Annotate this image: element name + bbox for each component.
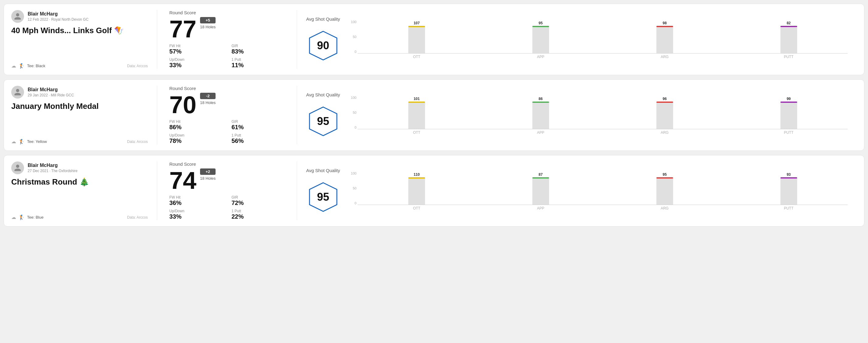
oneputt-stat: 1 Putt 56% — [232, 133, 285, 145]
stats-grid: FW Hit 86% GIR 61% Up/Down 78% 1 Putt 56… — [169, 120, 285, 145]
user-header-area: Blair McHarg 29 Jan 2022 · Mill Ride GCC… — [11, 86, 148, 114]
bar-value-app: 86 — [539, 97, 543, 101]
round-title: January Monthly Medal — [11, 101, 148, 111]
bar-color-line-ott — [408, 177, 425, 179]
x-label-app: APP — [482, 130, 599, 135]
y-axis: 100 50 0 — [349, 20, 358, 54]
x-label-app: APP — [482, 55, 599, 59]
hexagon-container: 95 — [306, 104, 340, 138]
score-badge: -2 — [200, 93, 216, 99]
bar-group-putt: 93 — [730, 172, 848, 205]
updown-value: 78% — [169, 137, 222, 145]
bar-bg-app — [532, 101, 549, 129]
x-label-arg: ARG — [606, 55, 723, 59]
bag-icon: 🏌 — [19, 214, 25, 220]
fw-hit-stat: FW Hit 57% — [169, 44, 222, 55]
tee-label: Tee: Yellow — [27, 139, 47, 144]
holes-label: 18 Holes — [200, 176, 216, 181]
tee-data-row: ☁ 🏌 Tee: Black Data: Arccos — [11, 63, 148, 69]
x-label-ott: OTT — [358, 130, 475, 135]
avg-shot-title: Avg Shot Quality — [306, 168, 340, 173]
left-section: Blair McHarg 27 Dec 2021 · The Oxfordshi… — [11, 161, 157, 220]
score-details: +5 18 Holes — [200, 17, 216, 31]
gir-value: 83% — [232, 48, 285, 55]
bar-group-putt: 82 — [730, 20, 848, 53]
bar-bg-app — [532, 177, 549, 205]
tee-info: ☁ 🏌 Tee: Black — [11, 63, 45, 69]
bar-value-app: 95 — [539, 21, 543, 25]
y-axis: 100 50 0 — [349, 172, 358, 205]
avg-shot-title: Avg Shot Quality — [306, 17, 340, 22]
bag-icon: 🏌 — [19, 139, 25, 145]
fw-hit-label: FW Hit — [169, 120, 222, 124]
hexagon: 90 — [306, 29, 340, 62]
updown-stat: Up/Down 78% — [169, 133, 222, 145]
x-axis-labels: OTTAPPARGPUTT — [349, 130, 848, 135]
avg-shot-col: Avg Shot Quality 95 — [306, 168, 340, 214]
fw-hit-label: FW Hit — [169, 195, 222, 199]
x-label-putt: PUTT — [730, 130, 848, 135]
data-source: Data: Arccos — [127, 215, 148, 220]
middle-section: Round Score 74 +2 18 Holes FW Hit 36% GI… — [157, 161, 297, 220]
bar-bg-ott — [408, 26, 425, 53]
bar-value-ott: 101 — [413, 97, 420, 101]
middle-section: Round Score 70 -2 18 Holes FW Hit 86% GI… — [157, 86, 297, 145]
round-card-round2: Blair McHarg 29 Jan 2022 · Mill Ride GCC… — [4, 80, 864, 151]
bar-bg-ott — [408, 101, 425, 129]
weather-icon: ☁ — [11, 63, 16, 69]
fw-hit-stat: FW Hit 36% — [169, 195, 222, 207]
bar-color-line-putt — [780, 26, 797, 27]
round-score-label: Round Score — [169, 10, 285, 15]
holes-label: 18 Holes — [200, 100, 216, 105]
bar-group-ott: 101 — [358, 96, 475, 129]
y-label-100: 100 — [349, 96, 356, 99]
round-score-label: Round Score — [169, 161, 285, 167]
updown-stat: Up/Down 33% — [169, 209, 222, 220]
date-course: 27 Dec 2021 · The Oxfordshire — [28, 169, 78, 173]
fw-hit-value: 57% — [169, 48, 222, 55]
avg-shot-col: Avg Shot Quality 90 — [306, 17, 340, 62]
updown-value: 33% — [169, 62, 222, 69]
y-label-50: 50 — [349, 186, 356, 190]
avatar-icon — [14, 12, 22, 20]
tee-data-row: ☁ 🏌 Tee: Yellow Data: Arccos — [11, 139, 148, 145]
score-row: 70 -2 18 Holes — [169, 93, 285, 117]
data-source: Data: Arccos — [127, 64, 148, 68]
updown-stat: Up/Down 33% — [169, 58, 222, 69]
y-label-50: 50 — [349, 35, 356, 39]
left-section: Blair McHarg 12 Feb 2022 · Royal North D… — [11, 10, 157, 69]
bars-row: 101 86 96 99 — [358, 96, 848, 129]
x-label-arg: ARG — [606, 130, 723, 135]
score-details: +2 18 Holes — [200, 168, 216, 182]
avg-shot-score: 95 — [317, 191, 329, 204]
gir-label: GIR — [232, 120, 285, 124]
oneputt-label: 1 Putt — [232, 133, 285, 137]
bar-color-line-putt — [780, 177, 797, 179]
y-label-100: 100 — [349, 172, 356, 175]
user-header: Blair McHarg 29 Jan 2022 · Mill Ride GCC — [11, 86, 148, 98]
round-score-label: Round Score — [169, 86, 285, 91]
tee-label: Tee: Blue — [27, 215, 43, 220]
bar-color-line-arg — [656, 101, 673, 103]
right-section: Avg Shot Quality 95 100 50 0 — [297, 161, 857, 220]
fw-hit-stat: FW Hit 86% — [169, 120, 222, 131]
bar-chart: 100 50 0 107 95 98 — [349, 20, 848, 59]
score-number: 77 — [169, 17, 196, 41]
round-title: Christmas Round 🎄 — [11, 177, 148, 187]
bar-color-line-ott — [408, 101, 425, 103]
updown-value: 33% — [169, 213, 222, 220]
bar-color-line-ott — [408, 26, 425, 27]
score-row: 74 +2 18 Holes — [169, 168, 285, 193]
oneputt-label: 1 Putt — [232, 58, 285, 62]
bar-value-putt: 82 — [786, 21, 790, 25]
bars-row: 107 95 98 82 — [358, 20, 848, 54]
avg-shot-title: Avg Shot Quality — [306, 92, 340, 97]
tee-label: Tee: Black — [27, 64, 45, 68]
bar-group-arg: 98 — [606, 20, 723, 53]
bar-bg-arg — [656, 101, 673, 129]
round-title: 40 Mph Winds... Links Golf 🪁 — [11, 26, 148, 35]
oneputt-label: 1 Putt — [232, 209, 285, 213]
right-section: Avg Shot Quality 95 100 50 0 — [297, 86, 857, 145]
bar-bg-app — [532, 26, 549, 53]
chart-inner: 100 50 0 101 86 96 — [349, 96, 848, 129]
